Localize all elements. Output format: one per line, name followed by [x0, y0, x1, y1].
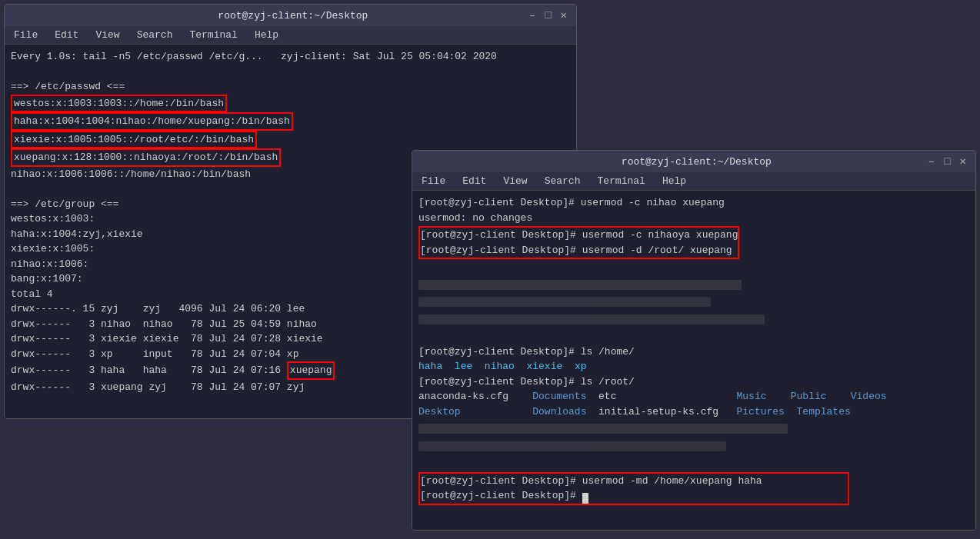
ls-home-xiexie: xiexie [526, 361, 562, 372]
term1-line-4: haha:x:1004:1004:nihao:/home/xuepang:/bi… [11, 112, 570, 131]
menu-terminal-2[interactable]: Terminal [594, 174, 648, 188]
term2-line-ls-home-output: haha lee nihao xiexie xp [418, 359, 969, 374]
highlight-xuepang-ls: xuepang [287, 361, 335, 380]
menu-view-2[interactable]: View [500, 174, 530, 188]
blurred-line-1 [418, 280, 742, 290]
menu-help-1[interactable]: Help [252, 28, 282, 42]
term2-line-ls-root-cmd: [root@zyj-client Desktop]# ls /root/ [418, 374, 969, 390]
menu-edit-2[interactable]: Edit [459, 174, 489, 188]
window-controls-2[interactable]: – □ ✕ [927, 156, 968, 167]
term2-blank2 [418, 329, 969, 344]
blurred-line-2 [418, 297, 711, 307]
term1-line-3: westos:x:1003:1003::/home:/bin/bash [11, 95, 570, 113]
menu-help-2[interactable]: Help [659, 174, 689, 188]
terminal-body-2: [root@zyj-client Desktop]# usermod -c ni… [412, 191, 975, 530]
blurred-section-2 [418, 294, 969, 310]
menu-edit-1[interactable]: Edit [52, 28, 82, 42]
ls-root-documents: Documents [532, 391, 586, 402]
blurred-section-5 [418, 439, 969, 454]
menu-bar-1: File Edit View Search Terminal Help [5, 26, 576, 45]
term1-line-2: ==> /etc/passwd <== [11, 79, 570, 95]
term2-line-ls-root-2: Desktop Downloads initial-setup-ks.cfg P… [418, 404, 969, 420]
terminal-cursor [582, 493, 588, 504]
highlight-haha: haha:x:1004:1004:nihao:/home/xuepang:/bi… [11, 112, 293, 131]
term2-line-usermod-md: [root@zyj-client Desktop]# usermod -md /… [420, 474, 848, 489]
ls-home-xp: xp [575, 361, 587, 372]
term2-line-2: usermod: no changes [418, 211, 969, 226]
ls-home-lee: lee [455, 361, 472, 372]
ls-root-pictures: Pictures [737, 406, 785, 418]
ls-root-downloads: Downloads [532, 406, 586, 418]
term2-line-prompt-cursor: [root@zyj-client Desktop]# [420, 488, 848, 504]
terminal-title-2: root@zyj-client:~/Desktop [466, 156, 927, 168]
highlight-xuepang: xuepang:x:128:1000::nihaoya:/root/:/bin/… [11, 148, 281, 167]
maximize-button-2[interactable]: □ [942, 156, 952, 167]
term2-line-3: [root@zyj-client Desktop]# usermod -c ni… [420, 228, 738, 243]
menu-bar-2: File Edit View Search Terminal Help [412, 172, 975, 191]
highlight-westos: westos:x:1003:1003::/home:/bin/bash [11, 95, 227, 113]
ls-home-nihao: nihao [485, 361, 515, 372]
ls-home-haha: haha [418, 361, 442, 372]
blurred-line-4 [418, 424, 788, 434]
blurred-section-3 [418, 312, 969, 328]
term1-line-1: Every 1.0s: tail -n5 /etc/passwd /etc/g.… [11, 49, 570, 65]
menu-file-1[interactable]: File [11, 28, 41, 42]
ls-root-music: Music [737, 391, 767, 402]
menu-search-2[interactable]: Search [542, 174, 584, 188]
ls-root-videos: Videos [851, 391, 887, 402]
term2-blank1 [418, 260, 969, 275]
menu-search-1[interactable]: Search [134, 28, 176, 42]
blurred-section-1 [418, 278, 969, 293]
close-button-1[interactable]: ✕ [559, 10, 568, 21]
blurred-line-5 [418, 441, 726, 451]
maximize-button-1[interactable]: □ [543, 10, 552, 21]
highlight-box-2: [root@zyj-client Desktop]# usermod -md /… [418, 472, 849, 505]
term2-line-1: [root@zyj-client Desktop]# usermod -c ni… [418, 195, 969, 211]
title-bar-2: root@zyj-client:~/Desktop – □ ✕ [412, 151, 975, 172]
menu-terminal-1[interactable]: Terminal [186, 28, 240, 42]
term1-line-blank1 [11, 65, 570, 80]
term2-blank3 [418, 456, 969, 471]
highlight-box-1: [root@zyj-client Desktop]# usermod -c ni… [418, 226, 739, 259]
minimize-button-2[interactable]: – [927, 156, 936, 167]
ls-root-public: Public [791, 391, 827, 402]
terminal-window-2[interactable]: root@zyj-client:~/Desktop – □ ✕ File Edi… [412, 150, 976, 531]
term2-line-ls-root-1: anaconda-ks.cfg Documents etc Music Publ… [418, 389, 969, 404]
close-button-2[interactable]: ✕ [958, 156, 968, 167]
menu-file-2[interactable]: File [418, 174, 448, 188]
blurred-line-3 [418, 314, 765, 324]
term1-line-5: xiexie:x:1005:1005::/root/etc/:/bin/bash [11, 131, 570, 149]
terminal-title-1: root@zyj-client:~/Desktop [58, 10, 528, 22]
title-bar-1: root@zyj-client:~/Desktop – □ ✕ [5, 5, 576, 26]
minimize-button-1[interactable]: – [528, 10, 537, 21]
blurred-section-4 [418, 421, 969, 437]
menu-view-1[interactable]: View [92, 28, 122, 42]
ls-root-templates: Templates [797, 406, 851, 418]
term2-line-ls-home-cmd: [root@zyj-client Desktop]# ls /home/ [418, 344, 969, 360]
ls-root-desktop: Desktop [418, 406, 461, 418]
highlight-xiexie: xiexie:x:1005:1005::/root/etc/:/bin/bash [11, 131, 257, 149]
term2-line-4: [root@zyj-client Desktop]# usermod -d /r… [420, 243, 738, 258]
window-controls-1[interactable]: – □ ✕ [528, 10, 568, 21]
